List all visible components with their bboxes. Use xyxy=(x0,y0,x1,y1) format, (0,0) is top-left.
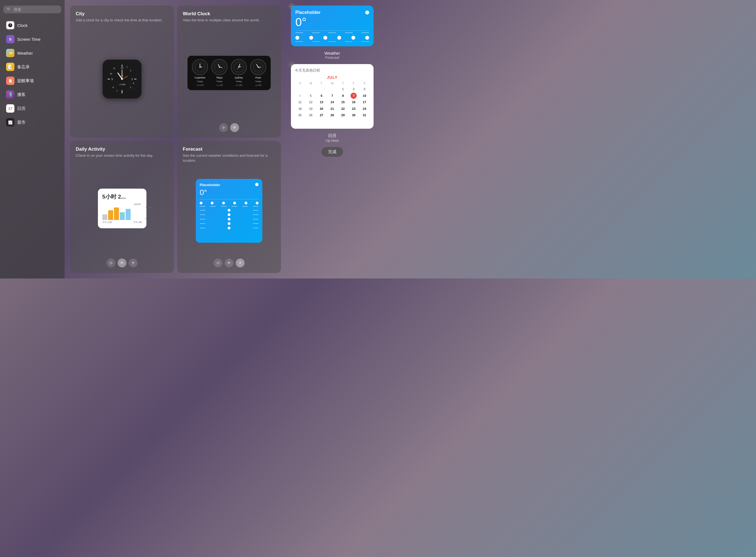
svg-text:1: 1 xyxy=(126,66,127,68)
day-8[interactable]: 8 xyxy=(338,93,348,99)
size-medium-da-btn[interactable]: 中 xyxy=(118,259,126,267)
forecast-desc: See the current weather conditions and f… xyxy=(183,153,275,163)
day-21[interactable]: 21 xyxy=(327,106,337,112)
sidebar-item-calendar[interactable]: 17 日历 xyxy=(3,102,61,115)
day-31[interactable]: 31 xyxy=(359,112,370,118)
world-clock-inner: Cupertino Today -15小时 xyxy=(187,56,271,90)
size-large-fc-btn[interactable]: 大 xyxy=(236,259,245,267)
mini-clock-paris xyxy=(250,59,266,75)
size-large-da-btn[interactable]: 大 xyxy=(129,259,138,267)
size-small-fc-btn[interactable]: 小 xyxy=(214,259,222,267)
day-3[interactable]: 3 xyxy=(359,86,370,92)
forecast-daily-rows xyxy=(200,209,259,229)
sidebar-item-clock[interactable]: Clock xyxy=(3,19,61,32)
day-29[interactable]: 29 xyxy=(338,112,348,118)
forecast-dot xyxy=(255,183,259,186)
stocks-label: 股市 xyxy=(17,120,26,125)
ww-dash-2 xyxy=(312,32,320,33)
dow-f: F xyxy=(348,81,359,85)
weather-widget-header: Placeholder xyxy=(295,10,369,15)
daily-activity-desc: Check in on your screen time activity fo… xyxy=(76,153,168,158)
day-19[interactable]: 19 xyxy=(306,106,316,112)
day-18[interactable]: 18 xyxy=(295,106,305,112)
day-15[interactable]: 15 xyxy=(338,99,348,106)
weather-widget-temp: 0° xyxy=(295,16,369,29)
day-30[interactable]: 30 xyxy=(349,112,359,118)
forecast-day-dot-3 xyxy=(228,218,231,221)
daily-activity-preview: 5小时 2... 60分钟 30分钟 xyxy=(76,162,168,255)
forecast-size-buttons: 小 中 大 xyxy=(183,259,275,267)
search-bar[interactable]: 🔍 xyxy=(3,5,61,13)
svg-text:7: 7 xyxy=(117,90,118,92)
forecast-day-dash-3 xyxy=(200,219,205,219)
forecast-hourly-row xyxy=(200,202,259,204)
size-medium-fc-btn[interactable]: 中 xyxy=(224,259,234,267)
dow-s1: S xyxy=(295,81,306,85)
world-clock-size-buttons: 小 中 xyxy=(183,123,275,132)
cupertino-time: Today xyxy=(197,80,203,83)
done-button[interactable]: 完成 xyxy=(322,147,343,157)
svg-text:3: 3 xyxy=(131,78,133,81)
paris-offset: -6小时 xyxy=(255,84,261,87)
ww-dash-5 xyxy=(361,32,369,33)
forecast-day-row-5 xyxy=(200,227,259,229)
city-tokyo: Tokyo Today +1小时 xyxy=(211,59,228,87)
bar-2 xyxy=(108,210,113,220)
day-6[interactable]: 6 xyxy=(316,93,327,99)
sidebar-item-screentime[interactable]: S Screen Time xyxy=(3,33,61,46)
day-26[interactable]: 26 xyxy=(306,112,316,118)
day-5[interactable]: 5 xyxy=(306,93,316,99)
size-small-btn[interactable]: 小 xyxy=(219,123,228,132)
day-1[interactable]: 1 xyxy=(338,86,348,92)
size-medium-btn[interactable]: 中 xyxy=(230,123,239,132)
day-25[interactable]: 25 xyxy=(295,112,305,118)
activity-hours-text: 5小时 2... xyxy=(102,193,142,201)
day-14[interactable]: 14 xyxy=(327,99,337,106)
ww-icon-5 xyxy=(352,36,355,40)
notes-label: 备忘录 xyxy=(17,64,30,69)
day-4[interactable]: 4 xyxy=(295,93,305,99)
day-16[interactable]: 16 xyxy=(349,99,359,106)
cupertino-offset: -15小时 xyxy=(196,84,204,87)
forecast-dash-5 xyxy=(242,206,248,207)
calendar-dow-row: S M T W T F S xyxy=(295,81,370,85)
forecast-day-dash-3b xyxy=(253,219,259,219)
day-17[interactable]: 17 xyxy=(359,99,370,106)
day-20[interactable]: 20 xyxy=(316,106,327,112)
tokyo-time: Today xyxy=(216,80,222,83)
sidebar-item-notes[interactable]: 📝 备忘录 xyxy=(3,60,61,73)
ww-icon-3 xyxy=(323,36,327,40)
day-11[interactable]: 11 xyxy=(295,99,305,106)
sidebar-item-weather[interactable]: 🌤️ Weather xyxy=(3,47,61,59)
day-23[interactable]: 23 xyxy=(349,106,359,112)
ww-icon-6 xyxy=(365,36,369,40)
weather-widget-label: Weather xyxy=(291,51,373,56)
sidebar-item-podcasts[interactable]: 🎙️ 播客 xyxy=(3,88,61,101)
forecast-icon-1 xyxy=(200,202,203,204)
size-small-da-btn[interactable]: 小 xyxy=(107,259,115,267)
day-24[interactable]: 24 xyxy=(359,106,370,112)
day-9-today[interactable]: 9 xyxy=(351,93,357,99)
day-13[interactable]: 13 xyxy=(316,99,327,106)
forecast-day-row-4 xyxy=(200,222,259,225)
clock-icon xyxy=(6,21,14,29)
weather-icon: 🌤️ xyxy=(6,49,14,57)
day-10[interactable]: 10 xyxy=(359,93,370,99)
sidebar-item-stocks[interactable]: 📈 股市 xyxy=(3,116,61,129)
screentime-label: Screen Time xyxy=(17,37,40,41)
paris-name: Paris xyxy=(255,76,261,79)
chart-label-60: 60分钟 xyxy=(102,203,142,206)
svg-point-27 xyxy=(121,78,123,80)
day-2[interactable]: 2 xyxy=(349,86,359,92)
city-desc: Add a clock for a city to check the time… xyxy=(76,18,168,23)
chart-label-noon: 下午 12时 xyxy=(102,221,112,224)
day-22[interactable]: 22 xyxy=(338,106,348,112)
day-27[interactable]: 27 xyxy=(316,112,327,118)
forecast-dash-1 xyxy=(200,206,205,207)
day-28[interactable]: 28 xyxy=(327,112,337,118)
bar-4 xyxy=(120,212,125,220)
day-7[interactable]: 7 xyxy=(327,93,337,99)
day-12[interactable]: 12 xyxy=(306,99,316,106)
sidebar-item-reminders[interactable]: 📋 提醒事项 xyxy=(3,74,61,87)
search-input[interactable] xyxy=(13,7,58,12)
